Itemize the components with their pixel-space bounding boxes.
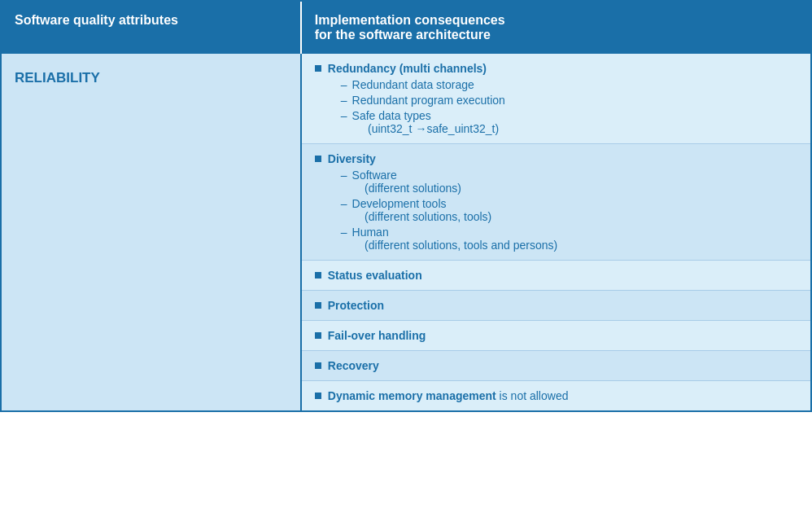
section-redundancy: Redundancy (multi channels) – Redundant … xyxy=(302,54,810,144)
dash-icon: – xyxy=(341,226,347,239)
header-col2-line1: Implementation consequences xyxy=(315,13,505,27)
bullet-square-icon xyxy=(315,393,321,399)
dynamic-text: Dynamic memory management is not allowed xyxy=(328,389,569,402)
dynamic-label: Dynamic memory management xyxy=(328,389,496,402)
section-status: Status evaluation xyxy=(302,261,810,291)
arrow-icon: → xyxy=(415,122,426,135)
dash-icon: – xyxy=(341,169,347,182)
table-header: Software quality attributes Implementati… xyxy=(2,2,810,54)
header-col2-line2: for the software architecture xyxy=(315,28,491,42)
sub-item-0: – Redundant data storage xyxy=(341,78,797,91)
section-diversity: Diversity – Software (different solution… xyxy=(302,144,810,261)
left-column: RELIABILITY xyxy=(2,54,301,410)
bullet-square-icon xyxy=(315,362,321,369)
diversity-sub-text-0: Software (different solutions) xyxy=(352,169,461,195)
dash-icon: – xyxy=(341,109,347,122)
failover-label: Fail-over handling xyxy=(328,329,426,342)
main-row: RELIABILITY Redundancy (multi channels) xyxy=(2,54,810,410)
reliability-label: RELIABILITY xyxy=(15,67,287,86)
diversity-text: Diversity xyxy=(328,152,376,165)
redundancy-suffix: (multi channels) xyxy=(396,62,487,75)
diversity-sublist: – Software (different solutions) – Devel… xyxy=(341,169,797,252)
protection-label: Protection xyxy=(328,299,384,312)
bullet-recovery: Recovery xyxy=(315,359,797,372)
header-col1: Software quality attributes xyxy=(2,2,301,54)
bullet-diversity: Diversity xyxy=(315,152,797,165)
section-dynamic: Dynamic memory management is not allowed xyxy=(302,381,810,410)
bullet-failover: Fail-over handling xyxy=(315,329,797,342)
header-col2: Implementation consequences for the soft… xyxy=(301,2,810,54)
dash-icon: – xyxy=(341,78,347,91)
sub-item-1: – Redundant program execution xyxy=(341,94,797,107)
bullet-square-icon xyxy=(315,65,321,72)
redundancy-label: Redundancy xyxy=(328,62,396,75)
bullet-status: Status evaluation xyxy=(315,269,797,282)
section-failover: Fail-over handling xyxy=(302,321,810,351)
diversity-sub-0: – Software (different solutions) xyxy=(341,169,797,195)
bullet-protection: Protection xyxy=(315,299,797,312)
dash-icon: – xyxy=(341,94,347,107)
status-label: Status evaluation xyxy=(328,269,422,282)
header-col1-text: Software quality attributes xyxy=(15,13,178,27)
bullet-redundancy: Redundancy (multi channels) xyxy=(315,62,797,75)
bullet-square-icon xyxy=(315,302,321,309)
bullet-dynamic: Dynamic memory management is not allowed xyxy=(315,389,797,402)
sub-item-text-1: Redundant program execution xyxy=(352,94,505,107)
redundancy-sublist: – Redundant data storage – Redundant pro… xyxy=(341,78,797,135)
section-recovery: Recovery xyxy=(302,351,810,381)
bullet-square-icon xyxy=(315,332,321,339)
diversity-sub-text-2: Human (different solutions, tools and pe… xyxy=(352,226,558,252)
bullet-square-icon xyxy=(315,156,321,162)
sub-item-text-0: Redundant data storage xyxy=(352,78,474,91)
dynamic-suffix: is not allowed xyxy=(496,389,569,402)
diversity-sub-1: – Development tools (different solutions… xyxy=(341,197,797,223)
diversity-sub-text-1: Development tools (different solutions, … xyxy=(352,197,492,223)
bullet-square-icon xyxy=(315,272,321,279)
sub-item-2: – Safe data types (uint32_t →safe_uint32… xyxy=(341,109,797,135)
sub-item-text-2: Safe data types (uint32_t →safe_uint32_t… xyxy=(352,109,500,135)
diversity-label: Diversity xyxy=(328,152,376,165)
right-column: Redundancy (multi channels) – Redundant … xyxy=(301,54,810,410)
recovery-label: Recovery xyxy=(328,359,379,372)
dash-icon: – xyxy=(341,197,347,210)
diversity-sub-2: – Human (different solutions, tools and … xyxy=(341,226,797,252)
redundancy-text: Redundancy (multi channels) xyxy=(328,62,487,75)
section-protection: Protection xyxy=(302,291,810,321)
